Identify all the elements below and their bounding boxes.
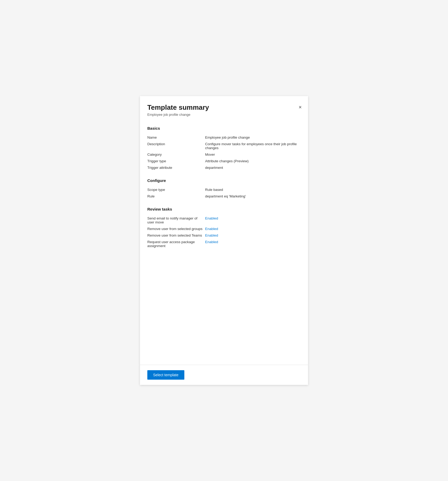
label-remove-teams: Remove user from selected Teams — [147, 233, 205, 237]
table-row: Remove user from selected Teams Enabled — [147, 232, 301, 239]
value-trigger-type: Attribute changes (Preview) — [205, 159, 301, 163]
label-scope-type: Scope type — [147, 188, 205, 192]
table-row: Trigger attribute department — [147, 164, 301, 171]
table-row: Request user access package assignment E… — [147, 239, 301, 249]
configure-table: Scope type Rule based Rule department eq… — [147, 186, 301, 200]
label-access-package: Request user access package assignment — [147, 240, 205, 248]
value-trigger-attribute: department — [205, 166, 301, 170]
review-tasks-table: Send email to notify manager of user mov… — [147, 215, 301, 249]
table-row: Name Employee job profile change — [147, 134, 301, 141]
close-button[interactable]: × — [298, 103, 303, 111]
panel-title: Template summary — [147, 103, 300, 112]
table-row: Scope type Rule based — [147, 186, 301, 193]
review-tasks-section: Review tasks Send email to notify manage… — [147, 207, 301, 249]
panel-footer: Select template — [140, 365, 308, 385]
table-row: Description Configure mover tasks for em… — [147, 141, 301, 151]
value-remove-teams: Enabled — [205, 233, 301, 237]
panel-header: Template summary Employee job profile ch… — [140, 96, 308, 117]
label-description: Description — [147, 142, 205, 146]
value-category: Mover — [205, 153, 301, 156]
table-row: Rule department eq 'Marketing' — [147, 193, 301, 200]
configure-section: Configure Scope type Rule based Rule dep… — [147, 178, 301, 200]
value-send-email: Enabled — [205, 216, 301, 220]
value-remove-groups: Enabled — [205, 227, 301, 231]
value-description: Configure mover tasks for employees once… — [205, 142, 301, 150]
label-remove-groups: Remove user from selected groups — [147, 227, 205, 231]
panel-body: Basics Name Employee job profile change … — [140, 117, 308, 365]
label-name: Name — [147, 135, 205, 139]
select-template-button[interactable]: Select template — [147, 370, 184, 380]
configure-heading: Configure — [147, 178, 301, 183]
table-row: Send email to notify manager of user mov… — [147, 215, 301, 226]
table-row: Remove user from selected groups Enabled — [147, 226, 301, 232]
label-send-email: Send email to notify manager of user mov… — [147, 216, 205, 224]
label-rule: Rule — [147, 194, 205, 198]
value-access-package: Enabled — [205, 240, 301, 244]
table-row: Trigger type Attribute changes (Preview) — [147, 158, 301, 164]
label-trigger-attribute: Trigger attribute — [147, 166, 205, 170]
value-scope-type: Rule based — [205, 188, 301, 192]
table-row: Category Mover — [147, 151, 301, 158]
label-trigger-type: Trigger type — [147, 159, 205, 163]
basics-table: Name Employee job profile change Descrip… — [147, 134, 301, 171]
value-rule: department eq 'Marketing' — [205, 194, 301, 198]
basics-heading: Basics — [147, 126, 301, 130]
label-category: Category — [147, 153, 205, 156]
template-summary-panel: Template summary Employee job profile ch… — [140, 96, 308, 385]
value-name: Employee job profile change — [205, 135, 301, 139]
review-tasks-heading: Review tasks — [147, 207, 301, 211]
basics-section: Basics Name Employee job profile change … — [147, 126, 301, 171]
panel-subtitle: Employee job profile change — [147, 113, 300, 117]
